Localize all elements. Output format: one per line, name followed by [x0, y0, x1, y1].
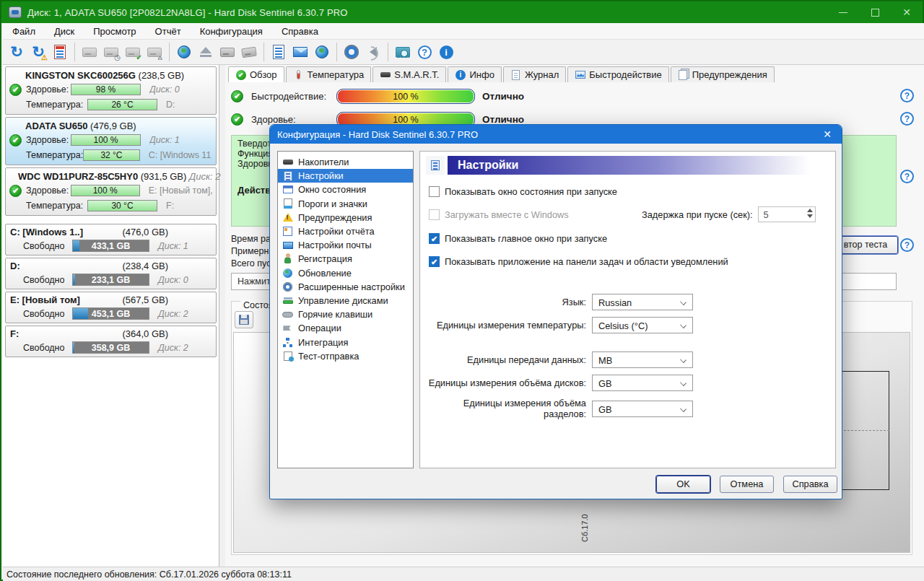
disk-card-wdc[interactable]: WDC WD11PURZ-85C5HY0 (931,5 GB) Диск: 2 …	[5, 167, 217, 216]
volume-name: D:	[10, 261, 20, 271]
settings-header-icon	[426, 156, 445, 175]
nav-hotkeys[interactable]: Горячие клавиши	[278, 307, 413, 321]
info-icon[interactable]: i	[436, 42, 456, 62]
settings-list-icon	[284, 171, 292, 181]
floppy-icon	[239, 315, 249, 325]
disk-sidebar: KINGSTON SKC600256G (238,5 GB) ✔ Здоровь…	[3, 65, 219, 567]
startup-delay-spinner[interactable]: 5	[758, 206, 816, 222]
chart-icon	[575, 71, 585, 79]
network-icon[interactable]	[312, 42, 332, 62]
nav-settings[interactable]: Настройки	[278, 169, 413, 183]
settings-header: Настройки	[448, 156, 829, 175]
chevron-down-icon	[680, 357, 687, 363]
disk-card-kingston[interactable]: KINGSTON SKC600256G (238,5 GB) ✔ Здоровь…	[5, 66, 217, 115]
nav-drives[interactable]: Накопители	[278, 155, 413, 169]
thermometer-icon	[297, 70, 300, 79]
nav-status-window[interactable]: Окно состояния	[278, 183, 413, 196]
checkbox-show-status-window[interactable]: Показывать окно состояния при запуске	[429, 186, 617, 197]
language-select[interactable]: Russian	[592, 294, 693, 310]
minimize-button[interactable]	[827, 1, 859, 23]
disk-capacity-units-row: Единицы измерения объёма дисков: GB	[426, 375, 693, 391]
tab-overview[interactable]: ✔Обзор	[228, 66, 284, 82]
nav-integration[interactable]: Интеграция	[278, 335, 413, 349]
status-report-icon[interactable]	[50, 42, 70, 62]
volume-size: (364,0 GB)	[122, 328, 168, 339]
temperature-units-select[interactable]: Celsius (°C)	[592, 317, 693, 333]
maximize-button[interactable]	[859, 1, 891, 23]
disk-number: Диск: 0	[158, 275, 188, 285]
globe-disk-icon[interactable]	[174, 42, 194, 62]
disk-capacity-units-select[interactable]: GB	[592, 375, 693, 391]
disk-check-icon[interactable]: ✔	[123, 42, 143, 62]
nav-thresholds[interactable]: Пороги и значки	[278, 197, 413, 211]
refresh-warning-icon[interactable]: ↻⚠	[28, 42, 48, 62]
help-icon[interactable]: ?	[414, 42, 435, 62]
nav-disk-management[interactable]: Управление дисками	[278, 294, 413, 307]
help-question-icon[interactable]: ?	[900, 238, 914, 252]
check-icon: ✔	[236, 70, 246, 80]
volume-card-e[interactable]: E: [Новый том](567,5 GB) Свободно 453,1 …	[5, 292, 217, 323]
tab-temperature[interactable]: Температура	[286, 66, 372, 82]
disk-icon[interactable]	[79, 42, 100, 62]
tab-alerts[interactable]: Предупреждения	[671, 66, 775, 82]
sound-icon[interactable]	[363, 42, 383, 62]
retest-button[interactable]: втор теста	[833, 236, 898, 254]
menu-report[interactable]: Отчёт	[146, 24, 191, 39]
nav-mail-settings[interactable]: Настройки почты	[278, 238, 413, 252]
toolbar: ↻ ↻⚠ ◷ ✔ 🜁︎	[3, 40, 924, 65]
disk-card-adata[interactable]: ADATA SU650 (476,9 GB) ✔ Здоровье: 100 %…	[5, 117, 217, 165]
eject-icon[interactable]	[196, 42, 216, 62]
close-button[interactable]: ✕	[891, 1, 923, 23]
save-button[interactable]	[235, 311, 253, 328]
help-question-icon[interactable]: ?	[900, 170, 914, 183]
dialog-close-icon[interactable]: ✕	[813, 128, 842, 140]
transfer-units-select[interactable]: MB	[592, 351, 693, 368]
help-question-icon[interactable]: ?	[900, 112, 914, 126]
nav-test-send[interactable]: Тест-отправка	[278, 349, 413, 363]
spinner-down-icon[interactable]	[807, 214, 813, 218]
help-button[interactable]: Справка	[783, 476, 837, 493]
gear-icon	[283, 282, 292, 292]
chevron-down-icon	[680, 406, 687, 412]
tab-performance[interactable]: Быстродействие	[567, 66, 668, 82]
checkbox-show-main-window[interactable]: ✔ Показывать главное окно при запуске	[429, 233, 607, 244]
network-tree-icon	[283, 338, 292, 347]
disk-clock-icon[interactable]: ◷	[101, 42, 121, 62]
menu-help[interactable]: Справка	[272, 24, 328, 39]
journal-icon[interactable]	[269, 42, 289, 62]
help-question-icon[interactable]: ?	[900, 89, 914, 102]
person-icon	[284, 257, 291, 263]
nav-update[interactable]: Обновление	[278, 266, 413, 280]
menu-file[interactable]: Файл	[3, 24, 45, 39]
tab-smart[interactable]: S.M.A.R.T.	[372, 66, 446, 82]
volume-card-d[interactable]: D:(238,4 GB) Свободно 233,1 GB Диск: 0	[5, 258, 217, 289]
refresh-icon[interactable]: ↻	[6, 42, 27, 62]
volume-card-f[interactable]: F:(364,0 GB) Свободно 358,9 GB Диск: 2	[5, 326, 217, 357]
nav-registration[interactable]: Регистрация	[278, 252, 413, 266]
mail-icon	[283, 242, 293, 249]
disk-search-icon[interactable]: 🜁︎	[144, 42, 165, 62]
nav-report-settings[interactable]: Настройки отчёта	[278, 224, 413, 238]
tab-bar: ✔Обзор Температура S.M.A.R.T. iИнфо Журн…	[228, 66, 776, 82]
nav-operations[interactable]: Операции	[278, 321, 413, 335]
menu-disk[interactable]: Диск	[45, 24, 84, 39]
partition-units-select[interactable]: GB	[592, 401, 693, 417]
menu-configuration[interactable]: Конфигурация	[191, 24, 272, 39]
screenshot-camera-icon[interactable]	[393, 42, 413, 62]
checkbox-load-with-windows[interactable]: Загружать вместе с Windows	[429, 209, 569, 220]
ok-button[interactable]: OK	[656, 476, 710, 493]
settings-gear-icon[interactable]	[341, 42, 362, 62]
nav-alerts[interactable]: Предупреждения	[278, 211, 413, 224]
spinner-up-icon[interactable]	[807, 209, 813, 212]
volume-card-c[interactable]: C: [Windows 1..](476,0 GB) Свободно 433,…	[5, 224, 217, 255]
mail-icon[interactable]	[290, 42, 310, 62]
cancel-button[interactable]: Отмена	[720, 476, 774, 493]
disk-tray-icon[interactable]	[239, 42, 259, 62]
checkbox-show-in-taskbar[interactable]: ✔ Показывать приложение на панели задач …	[429, 256, 728, 267]
tab-info[interactable]: iИнфо	[448, 66, 501, 82]
menu-view[interactable]: Просмотр	[84, 24, 145, 39]
disk-connect-icon[interactable]	[217, 42, 237, 62]
nav-advanced[interactable]: Расширенные настройки	[278, 280, 413, 294]
chart-axis-label: Сб.17.0	[580, 514, 589, 542]
tab-log[interactable]: Журнал	[503, 66, 566, 82]
